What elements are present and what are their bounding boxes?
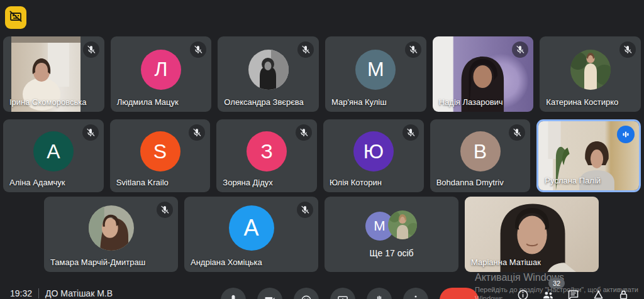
mic-muted-icon: [296, 124, 312, 141]
mic-button[interactable]: [221, 288, 246, 299]
avatar: А: [33, 131, 74, 171]
mic-icon: [227, 294, 240, 299]
tile-nadiia-lazarovych[interactable]: Надія Лазарович: [433, 36, 534, 112]
avatar-photo: [388, 210, 417, 239]
avatar: Ю: [353, 131, 394, 171]
camera-icon: [264, 294, 276, 299]
mic-muted-icon: [189, 124, 205, 141]
tile-kateryna-kostyrko[interactable]: Катерина Костирко: [540, 36, 641, 112]
tile-zoriana-didukh[interactable]: З Зоряна Дідух: [216, 119, 317, 192]
emoji-icon: [300, 294, 313, 299]
participant-name: Ірина Скоморовська: [9, 97, 86, 107]
tile-tamara-marchii-dmytrash[interactable]: Тамара Марчій-Дмитраш: [44, 197, 178, 272]
mic-muted-icon: [619, 41, 636, 58]
avatar: М: [355, 50, 396, 90]
participant-name: Мар'яна Куліш: [331, 97, 387, 107]
mic-muted-icon: [509, 124, 525, 141]
meeting-info: 19:32 ДО Матішак М.В: [10, 288, 113, 298]
tile-marianna-matishak[interactable]: Маріанна Матішак: [465, 197, 599, 272]
mic-muted-icon: [297, 41, 314, 58]
tile-bohdanna-dmytriv[interactable]: B Bohdanna Dmytriv: [430, 119, 531, 192]
participant-name: Bohdanna Dmytriv: [436, 178, 504, 187]
participant-name: Маріанна Матішак: [471, 258, 541, 267]
tile-iryna-skomorovska[interactable]: Ірина Скоморовська: [3, 36, 104, 112]
tile-row-2: А Аліна Адамчук S Svitlana Krailo З Зоря…: [3, 119, 641, 192]
clock-time: 19:32: [10, 288, 32, 298]
tile-row-1: Ірина Скоморовська Л Людмила Мацук Олекс…: [3, 36, 641, 112]
call-controls: [221, 288, 479, 299]
participant-name: Svitlana Krailo: [116, 178, 169, 187]
more-participants-label: Ще 17 осіб: [325, 248, 458, 258]
avatar: А: [229, 205, 274, 251]
tile-alina-adamchuk[interactable]: А Аліна Адамчук: [3, 119, 104, 192]
divider: [38, 288, 39, 298]
avatar: B: [460, 131, 501, 171]
watermark-line3: Windows.: [475, 295, 638, 299]
end-call-icon: [453, 294, 465, 299]
avatar: З: [247, 131, 287, 171]
avatar: S: [140, 131, 180, 171]
avatar-photo: [248, 50, 289, 90]
participant-name: Надія Лазарович: [439, 97, 503, 107]
speaking-indicator-icon: [617, 126, 635, 143]
tile-row-3: Тамара Марчій-Дмитраш А Андріана Хоміцьк…: [44, 197, 600, 272]
participant-name: Олександра Звєрєва: [224, 97, 303, 107]
raise-hand-button[interactable]: [367, 288, 392, 299]
tile-oleksandra-zvierieva[interactable]: Олександра Звєрєва: [218, 36, 319, 112]
participant-name: Зоряна Дідух: [223, 178, 273, 187]
mic-muted-icon: [405, 41, 421, 58]
participant-name: Катерина Костирко: [546, 97, 618, 107]
tile-liudmyla-matsuk[interactable]: Л Людмила Мацук: [111, 36, 212, 112]
participant-count-badge: 32: [548, 278, 565, 288]
tile-svitlana-krailo[interactable]: S Svitlana Krailo: [110, 119, 211, 192]
avatar: Л: [141, 50, 181, 90]
avatar-photo: [570, 50, 611, 90]
participant-name: Юлія Которин: [330, 178, 382, 187]
camera-button[interactable]: [257, 288, 282, 299]
present-screen-icon: [336, 294, 349, 299]
more-options-button[interactable]: [403, 288, 428, 299]
overflow-avatars: M: [365, 210, 418, 241]
end-call-button[interactable]: [440, 288, 479, 299]
mic-muted-icon: [402, 124, 419, 141]
tile-ruslana-palii-active-speaker[interactable]: Руслана Палій: [536, 119, 641, 192]
tile-yuliia-kotoryn[interactable]: Ю Юлія Которин: [323, 119, 424, 192]
participant-name: Аліна Адамчук: [9, 178, 65, 187]
participant-name: Андріана Хоміцька: [191, 258, 262, 267]
mic-muted-icon: [190, 41, 206, 58]
avatar-photo: [89, 205, 134, 251]
more-options-icon: [409, 294, 422, 299]
tile-more-participants[interactable]: M Ще 17 осіб: [325, 197, 458, 272]
mic-muted-icon: [157, 202, 173, 218]
raise-hand-icon: [373, 294, 386, 299]
tile-mariana-kulish[interactable]: М Мар'яна Куліш: [325, 36, 426, 112]
participant-name: Руслана Палій: [545, 176, 601, 185]
keyboard-off-icon: [8, 9, 23, 26]
participant-name: Людмила Мацук: [117, 97, 179, 107]
mic-muted-icon: [82, 124, 99, 141]
meeting-title: ДО Матішак М.В: [45, 288, 113, 298]
participant-name: Тамара Марчій-Дмитраш: [50, 258, 145, 267]
present-screen-button[interactable]: [330, 288, 355, 299]
mic-muted-icon: [83, 41, 99, 58]
tile-andriana-khomitska[interactable]: А Андріана Хоміцька: [184, 197, 318, 272]
reactions-button[interactable]: [294, 288, 319, 299]
mic-muted-icon: [297, 202, 313, 218]
screen-annotation-badge[interactable]: [5, 6, 26, 29]
